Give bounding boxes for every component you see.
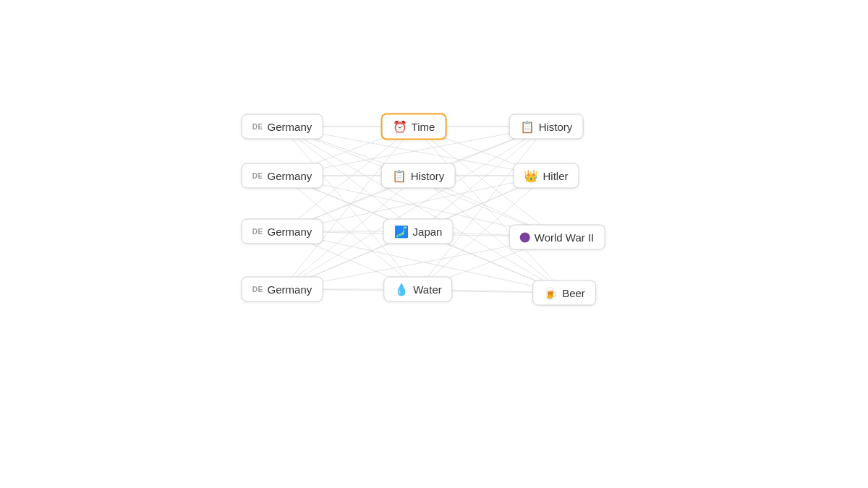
node-label-time: Time xyxy=(412,121,435,133)
node-label-beer: Beer xyxy=(562,287,585,299)
canvas: DEGermanyDEGermanyDEGermanyDEGermany⏰Tim… xyxy=(0,0,868,488)
node-germany4[interactable]: DEGermany xyxy=(242,277,323,302)
node-history1[interactable]: 📋History xyxy=(381,163,456,189)
node-germany2[interactable]: DEGermany xyxy=(242,163,323,189)
node-label-germany2: Germany xyxy=(268,170,312,182)
node-beer[interactable]: 🍺Beer xyxy=(532,281,596,306)
node-water[interactable]: 💧Water xyxy=(383,277,452,302)
node-label-worldwar: World War II xyxy=(535,231,595,244)
node-icon-japan: 🗾 xyxy=(394,226,409,237)
node-label-germany1: Germany xyxy=(268,121,312,133)
node-label-water: Water xyxy=(413,283,441,296)
node-label-hitler: Hitler xyxy=(542,170,568,182)
node-icon-water: 💧 xyxy=(394,283,409,295)
node-label-germany3: Germany xyxy=(268,226,312,238)
dot-icon-worldwar xyxy=(520,232,530,242)
flag-label-germany1: DE xyxy=(252,123,263,131)
node-icon-history2: 📋 xyxy=(520,121,535,132)
nodes-layer: DEGermanyDEGermanyDEGermanyDEGermany⏰Tim… xyxy=(0,0,868,488)
node-label-germany4: Germany xyxy=(268,283,312,296)
node-label-japan: Japan xyxy=(413,226,443,238)
node-icon-hitler: 👑 xyxy=(524,170,538,181)
node-label-history2: History xyxy=(539,121,573,133)
node-germany1[interactable]: DEGermany xyxy=(242,114,323,140)
node-icon-history1: 📋 xyxy=(392,170,407,181)
node-history2[interactable]: 📋History xyxy=(509,114,584,140)
flag-label-germany2: DE xyxy=(252,172,263,180)
node-germany3[interactable]: DEGermany xyxy=(242,219,323,244)
node-hitler[interactable]: 👑Hitler xyxy=(513,163,579,189)
node-label-history1: History xyxy=(411,170,445,182)
node-icon-beer: 🍺 xyxy=(543,287,558,299)
node-time[interactable]: ⏰Time xyxy=(381,114,447,140)
node-worldwar[interactable]: World War II xyxy=(509,225,605,250)
flag-label-germany3: DE xyxy=(252,228,263,236)
node-japan[interactable]: 🗾Japan xyxy=(383,219,454,244)
flag-label-germany4: DE xyxy=(252,286,263,294)
node-icon-time: ⏰ xyxy=(393,121,407,132)
